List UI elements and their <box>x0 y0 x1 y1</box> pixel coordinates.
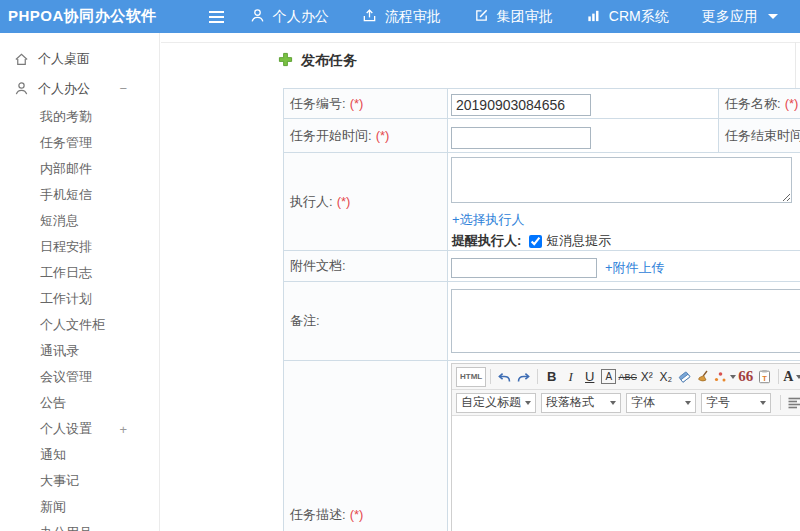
sidebar-subitem[interactable]: 通讯录 <box>0 338 159 364</box>
blockquote-button[interactable]: 66 <box>736 367 755 387</box>
end-time-label-cell: 任务结束时间:(*) <box>719 119 800 153</box>
top-menu: 个人办公 流程审批 集团审批 CRM系统 更多应用 <box>250 8 800 26</box>
undo-icon[interactable] <box>495 367 514 387</box>
superscript-button[interactable]: X² <box>637 367 656 387</box>
sidebar-subitem[interactable]: 大事记 <box>0 468 159 494</box>
clean-format-broom-icon[interactable] <box>694 367 713 387</box>
caret-down-icon <box>525 401 531 405</box>
font-color-button[interactable]: A <box>783 367 800 387</box>
sidebar-subitem[interactable]: 工作计划 <box>0 286 159 312</box>
nav-more-apps[interactable]: 更多应用 <box>702 8 778 26</box>
remark-label-cell: 备注: <box>284 282 448 361</box>
align-left-icon[interactable] <box>785 393 800 413</box>
eraser-icon[interactable] <box>675 367 694 387</box>
main-content: 发布任务 任务编号:(*) 任务名称:(*) 任务开始时间:(*) 任务结束时 <box>161 33 800 531</box>
executor-textarea[interactable] <box>451 157 792 203</box>
caret-down-icon <box>768 14 778 19</box>
menu-toggle-icon[interactable] <box>209 11 224 23</box>
required-mark: (*) <box>376 128 390 143</box>
strikethrough-button[interactable]: ABC <box>618 367 637 387</box>
nav-crm-system[interactable]: CRM系统 <box>586 8 669 26</box>
sidebar-subitem[interactable]: 新闻 <box>0 494 159 520</box>
executor-cell: +选择执行人 提醒执行人: 短消息提示 <box>448 153 800 251</box>
app-logo: PHPOA协同办公软件 <box>8 7 157 26</box>
bold-button[interactable]: B <box>542 367 561 387</box>
required-mark: (*) <box>785 96 799 111</box>
sidebar-subitem[interactable]: 会议管理 <box>0 364 159 390</box>
collapse-icon[interactable]: − <box>119 81 127 96</box>
task-name-label-cell: 任务名称:(*) <box>719 89 800 119</box>
caret-down-icon <box>796 375 800 379</box>
editor-dropdown[interactable]: 段落格式 <box>541 393 621 413</box>
remark-textarea[interactable] <box>451 289 800 353</box>
plus-icon <box>278 52 293 70</box>
description-editor-cell: HTML B I U A ABC X² <box>448 361 800 531</box>
description-label-cell: 任务描述:(*) <box>284 361 448 531</box>
editor-dropdown[interactable]: 自定义标题 <box>456 393 536 413</box>
html-source-button[interactable]: HTML <box>456 367 486 387</box>
nav-personal-office[interactable]: 个人办公 <box>250 8 329 26</box>
sidebar-subitem[interactable]: 办公用品 <box>0 520 159 531</box>
attachment-upload-link[interactable]: +附件上传 <box>605 259 665 277</box>
underline-button[interactable]: U <box>580 367 599 387</box>
sidebar: 个人桌面 个人办公 − 我的考勤 任务管理 内部邮件 手机短信 <box>0 33 160 531</box>
edit-icon <box>474 8 489 26</box>
caret-down-icon <box>685 401 691 405</box>
editor-content-area[interactable] <box>452 416 800 531</box>
italic-button[interactable]: I <box>561 367 580 387</box>
task-form: 任务编号:(*) 任务名称:(*) 任务开始时间:(*) 任务结束时间:(*) <box>283 88 800 531</box>
editor-dropdown[interactable]: 字号 <box>701 393 771 413</box>
sidebar-subitem[interactable]: 短消息 <box>0 208 159 234</box>
svg-text:T: T <box>762 374 767 383</box>
required-mark: (*) <box>350 507 364 522</box>
home-icon <box>14 52 29 67</box>
remind-executor-label: 提醒执行人: <box>452 232 521 250</box>
sidebar-subitem[interactable]: 日程安排 <box>0 234 159 260</box>
remark-cell <box>448 282 800 361</box>
task-no-input-cell <box>448 89 719 119</box>
sidebar-subitem[interactable]: 手机短信 <box>0 182 159 208</box>
bar-chart-icon <box>586 8 601 26</box>
attachment-label-cell: 附件文档: <box>284 251 448 282</box>
user-icon <box>250 8 265 26</box>
attachment-cell: +附件上传 <box>448 251 800 282</box>
choose-executor-link[interactable]: +选择执行人 <box>452 212 525 227</box>
paste-icon[interactable]: T <box>755 367 774 387</box>
user-icon <box>14 81 29 96</box>
sidebar-item-desktop[interactable]: 个人桌面 <box>0 45 159 73</box>
sidebar-subitem[interactable]: 公告 <box>0 390 159 416</box>
sidebar-subitem[interactable]: 任务管理 <box>0 130 159 156</box>
sms-remind-label: 短消息提示 <box>546 232 611 250</box>
sms-remind-checkbox[interactable] <box>529 235 542 248</box>
start-time-label-cell: 任务开始时间:(*) <box>284 119 448 153</box>
sidebar-item-personal-office[interactable]: 个人办公 − <box>0 73 159 104</box>
font-box-button[interactable]: A <box>601 369 616 384</box>
sidebar-subitem[interactable]: 个人设置 + <box>0 416 159 442</box>
sidebar-submenu: 我的考勤 任务管理 内部邮件 手机短信 短消息 <box>0 104 159 531</box>
task-no-label-cell: 任务编号:(*) <box>284 89 448 119</box>
top-navbar: PHPOA协同办公软件 个人办公 流程审批 集团审批 CRM系统 <box>0 0 800 33</box>
sidebar-subitem[interactable]: 内部邮件 <box>0 156 159 182</box>
required-mark: (*) <box>350 96 364 111</box>
sidebar-subitem[interactable]: 个人文件柜 <box>0 312 159 338</box>
sidebar-subitem[interactable]: 工作日志 <box>0 260 159 286</box>
nav-workflow-approval[interactable]: 流程审批 <box>362 8 441 26</box>
executor-label-cell: 执行人:(*) <box>284 153 448 251</box>
editor-toolbar-row2: 自定义标题 段落格式 字体 <box>452 390 800 416</box>
content-top-divider <box>161 42 800 43</box>
sidebar-subitem[interactable]: 我的考勤 <box>0 104 159 130</box>
workflow-icon <box>362 8 377 26</box>
subscript-button[interactable]: X₂ <box>656 367 675 387</box>
rich-text-editor: HTML B I U A ABC X² <box>451 363 800 531</box>
editor-dropdown[interactable]: 字体 <box>626 393 696 413</box>
attachment-input[interactable] <box>451 258 597 278</box>
sidebar-subitem[interactable]: 通知 <box>0 442 159 468</box>
expand-icon[interactable]: + <box>119 422 127 437</box>
start-time-input[interactable] <box>451 127 591 149</box>
editor-toolbar-row1: HTML B I U A ABC X² <box>452 364 800 390</box>
start-time-input-cell <box>448 119 719 153</box>
redo-icon[interactable] <box>514 367 533 387</box>
task-no-input[interactable] <box>451 94 591 116</box>
nav-group-approval[interactable]: 集团审批 <box>474 8 553 26</box>
sparkle-icon[interactable] <box>713 367 736 387</box>
